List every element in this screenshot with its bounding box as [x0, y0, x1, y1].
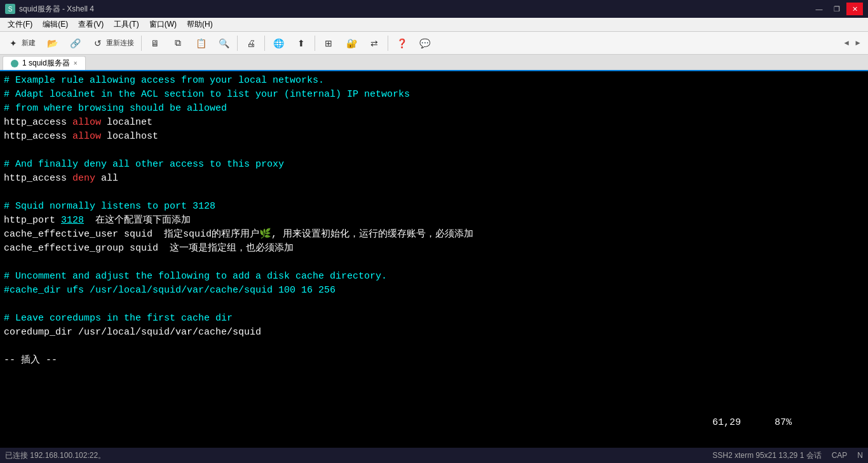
position: 61,29	[712, 416, 741, 430]
menu-edit[interactable]: 编辑(E)	[37, 18, 73, 31]
reconnect-label: 重新连接	[106, 38, 134, 48]
menu-tools[interactable]: 工具(T)	[109, 18, 144, 31]
toolbar: ✦ 新建 📂 🔗 ↺ 重新连接 🖥 ⧉ 📋 🔍 🖨 🌐 ⬆ ⊞ 🔐 ⇄	[0, 32, 868, 55]
line-text: # Example rule allowing access from your…	[4, 74, 324, 88]
titlebar: S squid服务器 - Xshell 4 — ❐ ✕	[0, 0, 868, 18]
term-line-3: # from where browsing should be allowed	[4, 102, 864, 116]
copy-icon: ⧉	[172, 37, 184, 50]
sep-3	[264, 36, 265, 51]
term-line-8: http_access deny all	[4, 172, 864, 186]
sep-2	[237, 36, 238, 51]
close-button[interactable]: ✕	[846, 3, 863, 15]
window-title: squid服务器 - Xshell 4	[19, 4, 94, 15]
term-line-9	[4, 186, 864, 200]
term-line-2: # Adapt localnet in the ACL section to l…	[4, 88, 864, 102]
value: squid	[130, 242, 170, 256]
tab-label: 1 squid服务器	[22, 58, 70, 69]
keyword: http_port	[4, 214, 61, 228]
reconnect-button[interactable]: ↺ 重新连接	[87, 34, 139, 52]
term-line-18: # Leave coredumps in the first cache dir	[4, 312, 864, 326]
comment-cn: 在这个配置项下面添加	[84, 214, 191, 228]
zmodem-button[interactable]: ⬆	[290, 34, 312, 52]
tab-next[interactable]: ▶	[853, 38, 863, 48]
sep-5	[388, 36, 388, 51]
connection-status: 已连接 192.168.100.102:22。	[5, 450, 105, 461]
copy-button[interactable]: ⧉	[167, 34, 189, 52]
chat-icon: 💬	[418, 37, 431, 50]
menu-file[interactable]: 文件(F)	[3, 18, 37, 31]
line-text: # Adapt localnet in the ACL section to l…	[4, 88, 410, 102]
sep-4	[315, 36, 315, 51]
paste-button[interactable]: 📋	[190, 34, 212, 52]
new-button[interactable]: ✦ 新建	[3, 34, 40, 52]
directive: allow	[72, 130, 107, 144]
terminal[interactable]: # Example rule allowing access from your…	[0, 71, 868, 448]
term-line-4: http_access allow localnet	[4, 116, 864, 130]
menu-window[interactable]: 窗口(W)	[144, 18, 182, 31]
keyword: http_access	[4, 130, 72, 144]
statusbar: 已连接 192.168.100.102:22。 SSH2 xterm 95x21…	[0, 448, 868, 463]
term-line-14	[4, 256, 864, 270]
tabbar: 1 squid服务器 ×	[0, 55, 868, 71]
sep-1	[141, 36, 142, 51]
open-icon: 📂	[46, 37, 58, 50]
chat-button[interactable]: 💬	[414, 34, 435, 52]
value: localnet	[107, 116, 153, 130]
globe-button[interactable]: 🌐	[268, 34, 289, 52]
term-line-10: # Squid normally listens to port 3128	[4, 200, 864, 214]
terminal-icon: 🖥	[149, 37, 161, 50]
link-button[interactable]: 🔗	[64, 34, 86, 52]
help-icon: ❓	[395, 37, 408, 50]
menu-view[interactable]: 查看(V)	[73, 18, 109, 31]
menu-help[interactable]: 帮助(H)	[182, 18, 218, 31]
key-mgr[interactable]: 🔐	[341, 34, 362, 52]
term-line-1: # Example rule allowing access from your…	[4, 74, 864, 88]
minimize-button[interactable]: —	[811, 3, 827, 15]
session-info: SSH2 xterm 95x21 13,29 1 会话	[712, 450, 821, 461]
value: squid	[124, 228, 164, 242]
line-text: # Uncomment and adjust the following to …	[4, 270, 387, 284]
globe-icon: 🌐	[272, 37, 285, 50]
num-indicator: N	[857, 451, 863, 460]
titlebar-controls[interactable]: — ❐ ✕	[811, 3, 863, 15]
term-line-15: # Uncomment and adjust the following to …	[4, 270, 864, 284]
mode-text: -- 插入 --	[4, 354, 57, 368]
keyword: cache_effective_group	[4, 242, 130, 256]
term-line-17	[4, 298, 864, 312]
comment-cn: 这一项是指定组，也必须添加	[170, 242, 294, 256]
keyword: http_access	[4, 116, 72, 130]
print-button[interactable]: 🖨	[240, 34, 262, 52]
value: all	[101, 172, 118, 186]
line-text: #cache_dir ufs /usr/local/squid/var/cach…	[4, 284, 336, 298]
scroll-percent: 87%	[775, 416, 792, 430]
term-line-7: # And finally deny all other access to t…	[4, 158, 864, 172]
term-line-13: cache_effective_group squid 这一项是指定组，也必须添…	[4, 242, 864, 256]
menubar: 文件(F) 编辑(E) 查看(V) 工具(T) 窗口(W) 帮助(H)	[0, 18, 868, 32]
tab-squid[interactable]: 1 squid服务器 ×	[3, 56, 86, 70]
value: localhost	[107, 130, 158, 144]
cap-indicator: CAP	[832, 451, 848, 460]
zmodem-icon: ⬆	[295, 37, 308, 50]
restore-button[interactable]: ❐	[829, 3, 845, 15]
directive: allow	[72, 116, 107, 130]
term-line-5: http_access allow localhost	[4, 130, 864, 144]
tab-prev[interactable]: ◀	[841, 38, 851, 48]
keyword: http_access	[4, 172, 72, 186]
open-button[interactable]: 📂	[41, 34, 63, 52]
tab-close-button[interactable]: ×	[74, 60, 78, 67]
keyword: cache_effective_user	[4, 228, 124, 242]
terminal-button[interactable]: 🖥	[144, 34, 166, 52]
session-icon: ⊞	[322, 37, 335, 50]
transfer-icon: ⇄	[368, 37, 381, 50]
term-line-6	[4, 144, 864, 158]
tab-nav[interactable]: ◀ ▶	[839, 38, 865, 48]
session-mgr[interactable]: ⊞	[318, 34, 339, 52]
new-label: 新建	[22, 38, 36, 48]
find-icon: 🔍	[217, 37, 230, 50]
transfer-button[interactable]: ⇄	[363, 34, 385, 52]
help-button[interactable]: ❓	[391, 34, 412, 52]
find-button[interactable]: 🔍	[213, 34, 234, 52]
line-text: # from where browsing should be allowed	[4, 102, 227, 116]
titlebar-left: S squid服务器 - Xshell 4	[5, 4, 94, 15]
line-text: # Leave coredumps in the first cache dir	[4, 312, 233, 326]
